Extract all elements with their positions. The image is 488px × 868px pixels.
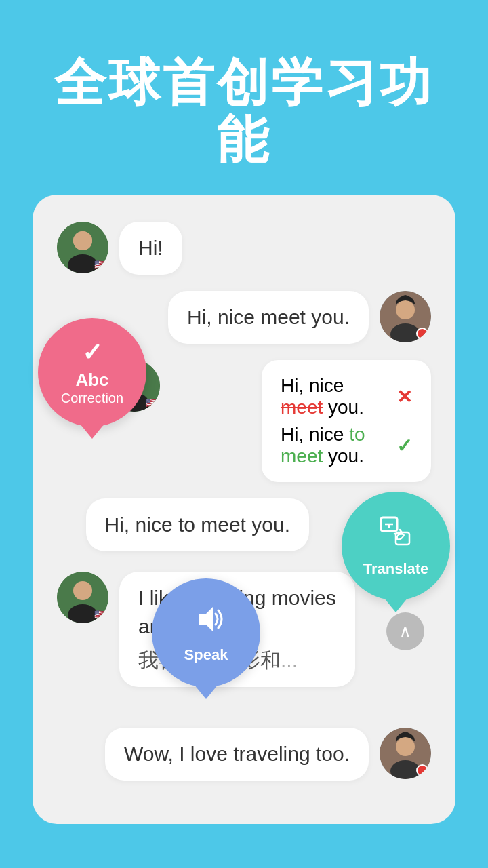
- x-mark-icon: ✕: [396, 386, 412, 408]
- wrong-line: Hi, nice meet you. ✕: [281, 375, 412, 418]
- speak-balloon: Speak: [152, 578, 260, 687]
- avatar-woman-1: [380, 291, 431, 342]
- red-dot-1: [416, 328, 428, 340]
- message-row-last: Wow, I love traveling too.: [57, 728, 431, 781]
- speak-label: Speak: [184, 646, 228, 664]
- message-row-1: 🇺🇸 Hi!: [57, 222, 431, 275]
- flag-usa-3: 🇺🇸: [92, 607, 107, 622]
- abc-correction-balloon: ✓ Abc Correction: [38, 318, 146, 427]
- hobbies-row: Hi, nice to meet you. Translate: [57, 498, 431, 551]
- translate-balloon: Translate: [342, 492, 450, 600]
- page-title: 全球首创学习功能: [41, 54, 447, 167]
- correct-words: to meet: [281, 424, 365, 467]
- bubble-hi: Hi!: [119, 222, 182, 275]
- flag-usa-2: 🇺🇸: [144, 395, 159, 410]
- title-section: 全球首创学习功能: [0, 0, 488, 195]
- correct-line: Hi, nice to meet you. ✓: [281, 424, 412, 467]
- bubble-love-traveling: Wow, I love traveling too.: [105, 728, 369, 781]
- bubble-hobbies: Hi, nice to meet you.: [86, 498, 309, 551]
- bubble-nice-meet: Hi, nice meet you.: [168, 291, 369, 344]
- svg-point-18: [396, 737, 415, 756]
- scroll-up-button[interactable]: ∧: [386, 612, 424, 650]
- strikethrough-word: meet: [281, 397, 323, 418]
- correction-box: Hi, nice meet you. ✕ Hi, nice to meet yo…: [262, 360, 431, 482]
- svg-point-15: [73, 581, 92, 600]
- red-dot-2: [416, 764, 428, 776]
- speak-icon: [188, 601, 224, 644]
- chat-card: 🇺🇸 Hi! ✓ Abc Correction Hi, n: [33, 195, 455, 824]
- abc-label: Abc: [75, 370, 108, 391]
- translate-label: Translate: [363, 560, 429, 578]
- correction-label: Correction: [61, 391, 123, 406]
- avatar-man-1: 🇺🇸: [57, 222, 108, 273]
- svg-point-5: [396, 300, 415, 319]
- avatar-woman-2: [380, 728, 431, 779]
- avatar-man-3: 🇺🇸: [57, 572, 108, 623]
- checkmark-icon: ✓: [396, 435, 412, 457]
- correction-check-icon: ✓: [82, 338, 102, 367]
- flag-usa-1: 🇺🇸: [92, 257, 107, 272]
- svg-point-3: [73, 231, 92, 250]
- translate-icon: [378, 515, 413, 557]
